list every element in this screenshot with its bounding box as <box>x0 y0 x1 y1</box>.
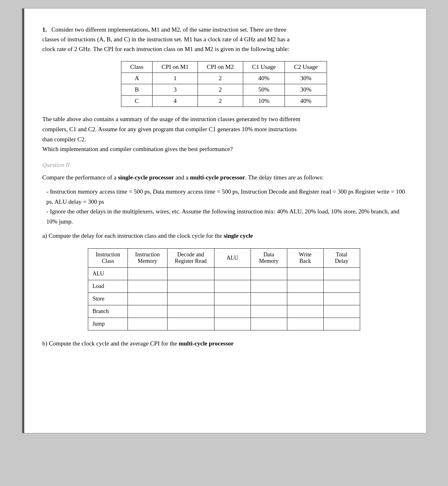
table1-cell-1-3: 50% <box>243 84 285 96</box>
inst-cell-2-5 <box>287 292 323 305</box>
inst-cell-3-0: Branch <box>88 305 128 318</box>
inst-col-class: InstructionClass <box>88 248 128 267</box>
inst-cell-1-0: Load <box>88 280 128 292</box>
table1-cell-0-4: 30% <box>285 73 327 84</box>
part-b-section: b) Compute the clock cycle and the avera… <box>42 339 406 348</box>
table1-body: A1240%30%B3250%30%C4210%40% <box>121 73 327 107</box>
instruction-table-wrapper: InstructionClass InstructionMemory Decod… <box>42 248 406 330</box>
question-2-section: Compare the performance of a single-cycl… <box>42 173 406 348</box>
inst-cell-0-1 <box>128 267 168 280</box>
question-1-line3: clock rate of 2 GHz. The CPI for each in… <box>42 46 289 52</box>
instruction-table-body: ALU Load Store Branch Jump <box>88 267 360 330</box>
inst-cell-1-1 <box>128 280 168 292</box>
inst-cell-3-2 <box>167 305 214 318</box>
instruction-table: InstructionClass InstructionMemory Decod… <box>88 248 360 330</box>
inst-cell-1-6 <box>323 280 360 292</box>
inst-row-2: Store <box>88 292 360 305</box>
inst-cell-1-3 <box>214 280 251 292</box>
bullet-list: - Instruction memory access time = 500 p… <box>47 187 406 227</box>
inst-row-4: Jump <box>88 318 360 330</box>
question-1-section: 1. Consider two different implementation… <box>42 25 406 154</box>
table1-cell-1-0: B <box>121 84 153 96</box>
inst-cell-4-3 <box>214 318 251 330</box>
table1-cell-1-1: 3 <box>153 84 198 96</box>
inst-row-1: Load <box>88 280 360 292</box>
table1-row-1: B3250%30% <box>121 84 327 96</box>
inst-cell-1-5 <box>287 280 323 292</box>
inst-row-3: Branch <box>88 305 360 318</box>
inst-cell-3-6 <box>323 305 360 318</box>
bullet1: - Instruction memory access time = 500 p… <box>47 187 406 207</box>
table1-cell-1-4: 30% <box>285 84 327 96</box>
inst-cell-4-4 <box>251 318 287 330</box>
inst-cell-4-2 <box>167 318 214 330</box>
col-class: Class <box>121 62 153 73</box>
table1-cell-0-1: 1 <box>153 73 198 84</box>
para1-line2: compilers, C1 and C2. Assume for any giv… <box>42 126 297 132</box>
main-table: Class CPI on M1 CPI on M2 C1 Usage C2 Us… <box>121 61 327 107</box>
inst-cell-0-2 <box>167 267 214 280</box>
table1-cell-2-4: 40% <box>285 96 327 107</box>
table1-row-0: A1240%30% <box>121 73 327 84</box>
table1-cell-2-1: 4 <box>153 96 198 107</box>
table1-cell-0-0: A <box>121 73 153 84</box>
col-c1-usage: C1 Usage <box>243 62 285 73</box>
inst-col-memory: InstructionMemory <box>128 248 168 267</box>
inst-cell-0-0: ALU <box>88 267 128 280</box>
question-2-intro: Compare the performance of a single-cycl… <box>42 173 406 183</box>
table1-header-row: Class CPI on M1 CPI on M2 C1 Usage C2 Us… <box>121 62 327 73</box>
page-container: 1. Consider two different implementation… <box>22 8 427 433</box>
table1-cell-0-3: 40% <box>243 73 285 84</box>
inst-cell-3-1 <box>128 305 168 318</box>
table1-cell-2-0: C <box>121 96 153 107</box>
question-1-line1: Consider two different implementations, … <box>51 26 287 33</box>
table1-wrapper: Class CPI on M1 CPI on M2 C1 Usage C2 Us… <box>42 61 406 107</box>
inst-cell-4-1 <box>128 318 168 330</box>
paragraph1: The table above also contains a summary … <box>42 114 406 154</box>
inst-cell-2-3 <box>214 292 251 305</box>
inst-col-decode: Decode andRegister Read <box>167 248 214 267</box>
single-cycle-bold: single-cycle processor <box>118 174 174 181</box>
inst-cell-3-5 <box>287 305 323 318</box>
inst-col-total-delay: TotalDelay <box>323 248 360 267</box>
table1-cell-1-2: 2 <box>198 84 243 96</box>
question-1-line2: classes of instructions (A, B, and C) in… <box>42 36 290 43</box>
inst-cell-3-4 <box>251 305 287 318</box>
col-c2-usage: C2 Usage <box>285 62 327 73</box>
bullet2: - Ignore the other delays in the multipl… <box>47 207 406 227</box>
question-2-header: Question II <box>42 162 406 168</box>
left-border <box>22 9 24 433</box>
para1-line1: The table above also contains a summary … <box>42 116 300 122</box>
col-cpi-m2: CPI on M2 <box>198 62 243 73</box>
inst-cell-1-4 <box>251 280 287 292</box>
question-number: 1. <box>42 26 47 33</box>
table1-row-2: C4210%40% <box>121 96 327 107</box>
inst-cell-4-5 <box>287 318 323 330</box>
question-1-intro: 1. Consider two different implementation… <box>42 25 406 54</box>
part-b-label: b) Compute the clock cycle and the avera… <box>42 339 406 348</box>
para1-line4: Which implementation and compiler combin… <box>42 146 233 152</box>
para1-line3: than compiler C2. <box>42 136 86 143</box>
inst-cell-2-4 <box>251 292 287 305</box>
inst-col-alu: ALU <box>214 248 251 267</box>
table1-cell-2-2: 2 <box>198 96 243 107</box>
inst-cell-4-0: Jump <box>88 318 128 330</box>
inst-cell-3-3 <box>214 305 251 318</box>
inst-col-data-mem: DataMemory <box>251 248 287 267</box>
inst-cell-0-4 <box>251 267 287 280</box>
inst-col-write-back: WriteBack <box>287 248 323 267</box>
inst-cell-2-6 <box>323 292 360 305</box>
table1-cell-0-2: 2 <box>198 73 243 84</box>
inst-cell-1-2 <box>167 280 214 292</box>
inst-row-0: ALU <box>88 267 360 280</box>
inst-cell-2-2 <box>167 292 214 305</box>
inst-cell-0-6 <box>323 267 360 280</box>
inst-cell-0-5 <box>287 267 323 280</box>
inst-cell-0-3 <box>214 267 251 280</box>
table1-cell-2-3: 10% <box>243 96 285 107</box>
instruction-table-header: InstructionClass InstructionMemory Decod… <box>88 248 360 267</box>
part-a-label: a) Compute the delay for each instructio… <box>42 231 406 241</box>
multi-cycle-bold: multi-cycle processor <box>190 174 245 181</box>
inst-cell-2-0: Store <box>88 292 128 305</box>
inst-cell-4-6 <box>323 318 360 330</box>
